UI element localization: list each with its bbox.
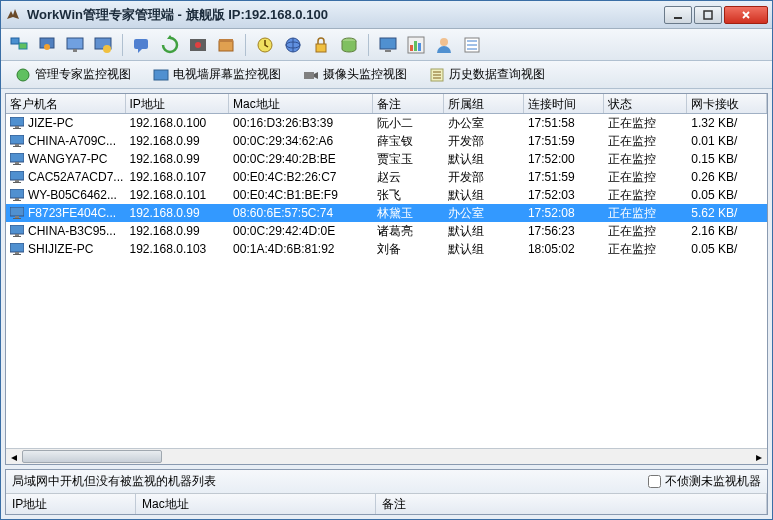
tool-list-icon[interactable] (460, 33, 484, 57)
svg-point-31 (17, 69, 29, 81)
svg-rect-18 (316, 44, 326, 52)
main-toolbar (1, 29, 772, 61)
svg-rect-52 (13, 200, 21, 201)
cell-status: 正在监控 (604, 168, 688, 187)
cell-name: SHIJIZE-PC (6, 241, 126, 257)
tool-login-icon[interactable] (35, 33, 59, 57)
horizontal-scrollbar[interactable]: ◂ ▸ (6, 448, 767, 464)
tool-monitors-icon[interactable] (7, 33, 31, 57)
table-row[interactable]: F8723FE404C...192.168.0.9908:60:6E:57:5C… (6, 204, 767, 222)
svg-rect-55 (13, 218, 21, 219)
cell-ip: 192.168.0.101 (126, 187, 230, 203)
table-row[interactable]: CHINA-A709C...192.168.0.9900:0C:29:34:62… (6, 132, 767, 150)
tool-disk-icon[interactable] (337, 33, 361, 57)
cell-ip: 192.168.0.99 (126, 205, 230, 221)
col-group[interactable]: 所属组 (444, 94, 524, 113)
cell-net: 0.05 KB/ (687, 187, 767, 203)
tool-chart-icon[interactable] (404, 33, 428, 57)
tool-lock-icon[interactable] (309, 33, 333, 57)
col-netrecv[interactable]: 网卡接收 (687, 94, 767, 113)
tool-screen-icon[interactable] (63, 33, 87, 57)
table-row[interactable]: CAC52A7ACD7...192.168.0.10700:E0:4C:B2:2… (6, 168, 767, 186)
cell-net: 5.62 KB/ (687, 205, 767, 221)
svg-rect-42 (15, 144, 19, 146)
cell-net: 0.26 KB/ (687, 169, 767, 185)
tvwall-view-icon (153, 67, 169, 83)
tool-record-icon[interactable] (186, 33, 210, 57)
table-header: 客户机名 IP地址 Mac地址 备注 所属组 连接时间 状态 网卡接收 (6, 94, 767, 114)
bottom-col-mac[interactable]: Mac地址 (136, 494, 376, 514)
tool-globe-icon[interactable] (281, 33, 305, 57)
cell-group: 办公室 (444, 204, 524, 223)
bottom-col-ip[interactable]: IP地址 (6, 494, 136, 514)
table-row[interactable]: JIZE-PC192.168.0.10000:16:D3:26:B3:39阮小二… (6, 114, 767, 132)
svg-rect-44 (10, 153, 24, 162)
unmonitored-panel: 局域网中开机但没有被监视的机器列表 不侦测未监视机器 IP地址 Mac地址 备注 (5, 469, 768, 515)
col-conntime[interactable]: 连接时间 (524, 94, 604, 113)
cell-name: F8723FE404C... (6, 205, 126, 221)
scroll-thumb[interactable] (22, 450, 162, 463)
col-ip[interactable]: IP地址 (126, 94, 230, 113)
minimize-button[interactable] (664, 6, 692, 24)
svg-rect-60 (15, 252, 19, 254)
close-button[interactable] (724, 6, 768, 24)
client-table: 客户机名 IP地址 Mac地址 备注 所属组 连接时间 状态 网卡接收 JIZE… (5, 93, 768, 465)
cell-name: JIZE-PC (6, 115, 126, 131)
tool-user-icon[interactable] (432, 33, 456, 57)
svg-rect-47 (10, 171, 24, 180)
col-status[interactable]: 状态 (604, 94, 688, 113)
view-tab-camera[interactable]: 摄像头监控视图 (295, 63, 415, 86)
cell-status: 正在监控 (604, 150, 688, 169)
view-tab-tvwall[interactable]: 电视墙屏幕监控视图 (145, 63, 289, 86)
svg-rect-10 (134, 39, 148, 49)
view-tab-monitor[interactable]: 管理专家监控视图 (7, 63, 139, 86)
app-icon (5, 7, 21, 23)
cell-ip: 192.168.0.99 (126, 151, 230, 167)
svg-rect-57 (15, 234, 19, 236)
main-window: WorkWin管理专家管理端 - 旗舰版 IP:192.168.0.100 管理… (0, 0, 773, 520)
col-mac[interactable]: Mac地址 (229, 94, 372, 113)
tool-display-icon[interactable] (376, 33, 400, 57)
scroll-left-arrow-icon[interactable]: ◂ (6, 449, 22, 465)
svg-point-26 (440, 38, 448, 46)
cell-time: 17:52:00 (524, 151, 604, 167)
table-row[interactable]: CHINA-B3C95...192.168.0.9900:0C:29:42:4D… (6, 222, 767, 240)
tool-chat-icon[interactable] (130, 33, 154, 57)
cell-name: CHINA-B3C95... (6, 223, 126, 239)
svg-rect-41 (10, 135, 24, 144)
toolbar-separator (245, 34, 246, 56)
tool-time-icon[interactable] (253, 33, 277, 57)
no-detect-checkbox-input[interactable] (648, 475, 661, 488)
col-client-name[interactable]: 客户机名 (6, 94, 126, 113)
tool-settings-icon[interactable] (91, 33, 115, 57)
view-tab-history[interactable]: 历史数据查询视图 (421, 63, 553, 86)
col-remark[interactable]: 备注 (373, 94, 445, 113)
svg-rect-21 (385, 50, 391, 52)
svg-point-12 (195, 42, 201, 48)
cell-ip: 192.168.0.99 (126, 133, 230, 149)
view-tab-label: 历史数据查询视图 (449, 66, 545, 83)
cell-group: 默认组 (444, 222, 524, 241)
tool-package-icon[interactable] (214, 33, 238, 57)
svg-rect-56 (10, 225, 24, 234)
maximize-button[interactable] (694, 6, 722, 24)
cell-ip: 192.168.0.100 (126, 115, 230, 131)
svg-rect-43 (13, 146, 21, 147)
tool-refresh-icon[interactable] (158, 33, 182, 57)
table-row[interactable]: SHIJIZE-PC192.168.0.10300:1A:4D:6B:81:92… (6, 240, 767, 258)
titlebar: WorkWin管理专家管理端 - 旗舰版 IP:192.168.0.100 (1, 1, 772, 29)
cell-time: 17:51:59 (524, 133, 604, 149)
table-row[interactable]: WY-B05C6462...192.168.0.10100:E0:4C:B1:B… (6, 186, 767, 204)
bottom-col-remark[interactable]: 备注 (376, 494, 767, 514)
cell-name: CHINA-A709C... (6, 133, 126, 149)
bottom-header: 局域网中开机但没有被监视的机器列表 不侦测未监视机器 (6, 470, 767, 494)
svg-rect-0 (674, 17, 682, 19)
svg-rect-32 (154, 70, 168, 80)
view-tab-label: 摄像头监控视图 (323, 66, 407, 83)
table-row[interactable]: WANGYA7-PC192.168.0.9900:0C:29:40:2B:BE贾… (6, 150, 767, 168)
svg-rect-48 (15, 180, 19, 182)
view-tab-label: 管理专家监控视图 (35, 66, 131, 83)
no-detect-checkbox[interactable]: 不侦测未监视机器 (648, 473, 761, 490)
table-body[interactable]: JIZE-PC192.168.0.10000:16:D3:26:B3:39阮小二… (6, 114, 767, 448)
scroll-right-arrow-icon[interactable]: ▸ (751, 449, 767, 465)
